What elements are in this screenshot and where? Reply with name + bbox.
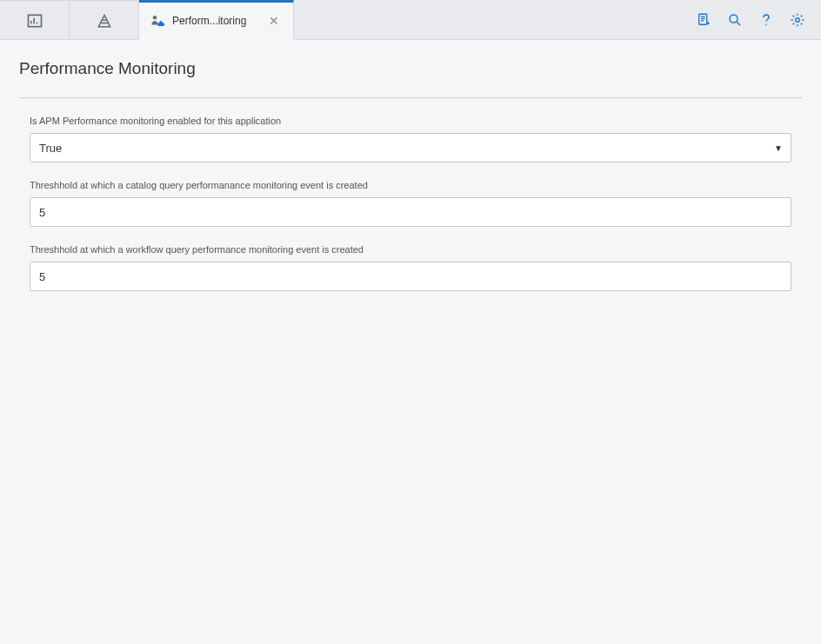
document-add-icon	[696, 12, 711, 28]
search-button[interactable]	[727, 12, 743, 28]
workflow-threshold-label: Threshhold at which a workflow query per…	[30, 244, 791, 255]
svg-point-17	[796, 17, 800, 22]
svg-point-16	[765, 23, 767, 25]
document-add-button[interactable]	[696, 12, 711, 28]
form-group-catalog-threshold: Threshhold at which a catalog query perf…	[19, 180, 802, 227]
search-icon	[727, 12, 743, 28]
svg-point-14	[730, 15, 738, 23]
workflow-threshold-input[interactable]	[30, 262, 791, 291]
tab-performance-monitoring[interactable]: Perform...itoring ✕	[139, 0, 294, 40]
help-icon	[758, 12, 774, 28]
hierarchy-icon	[96, 12, 113, 30]
toolbar-spacer	[294, 0, 696, 39]
catalog-threshold-label: Threshhold at which a catalog query perf…	[30, 180, 791, 190]
tab-dashboard[interactable]	[0, 0, 70, 40]
apm-enabled-select[interactable]: True	[30, 133, 791, 163]
svg-marker-4	[98, 15, 110, 26]
tab-hierarchy[interactable]	[70, 0, 139, 40]
svg-line-15	[737, 22, 740, 25]
svg-rect-8	[699, 14, 707, 24]
form-group-apm-enabled: Is APM Performance monitoring enabled fo…	[19, 116, 802, 163]
toolbar-actions	[696, 0, 821, 39]
content: Performance Monitoring Is APM Performanc…	[0, 40, 821, 328]
close-icon[interactable]: ✕	[265, 14, 283, 28]
settings-button[interactable]	[790, 12, 805, 28]
apm-enabled-label: Is APM Performance monitoring enabled fo…	[30, 116, 791, 126]
gear-icon	[790, 12, 805, 28]
help-button[interactable]	[758, 12, 774, 28]
svg-point-7	[153, 16, 157, 20]
tab-label: Perform...itoring	[172, 15, 258, 27]
page-title: Performance Monitoring	[19, 59, 802, 78]
form-group-workflow-threshold: Threshhold at which a workflow query per…	[19, 244, 802, 291]
bar-chart-icon	[26, 12, 43, 30]
toolbar: Perform...itoring ✕	[0, 0, 821, 40]
divider	[19, 97, 802, 98]
catalog-threshold-input[interactable]	[30, 197, 791, 227]
person-cloud-icon	[150, 13, 165, 29]
